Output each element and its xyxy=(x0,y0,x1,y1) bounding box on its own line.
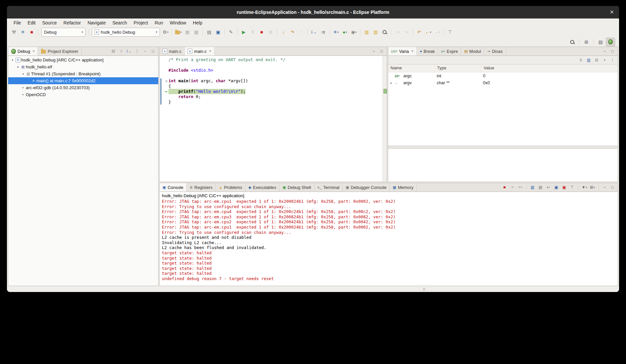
scroll-lock-button[interactable]: ▤ xyxy=(537,184,544,191)
column-header-name[interactable]: Name xyxy=(388,64,435,72)
debug-perspective-button[interactable] xyxy=(606,38,615,46)
editor-tab-main-c[interactable]: cmain.c xyxy=(160,47,185,55)
vars-tab-break[interactable]: ●Break xyxy=(417,47,438,55)
menu-project[interactable]: Project xyxy=(130,19,152,26)
terminate-button[interactable]: ■ xyxy=(257,28,266,36)
minimize-button[interactable]: − xyxy=(601,184,608,191)
suspend-button[interactable]: ‖ xyxy=(248,28,257,36)
variables-detail-pane[interactable] xyxy=(388,149,618,182)
display-selected-console-button[interactable]: ▼▾ xyxy=(581,184,588,191)
word-wrap-button[interactable]: ↩ xyxy=(545,184,552,191)
expander-icon[interactable]: ▾ xyxy=(21,72,25,76)
debug-tree-row[interactable]: ▾▥Thread #1 (Suspended : Breakpoint) xyxy=(8,70,158,77)
show-on-stdout-button[interactable]: ▣ xyxy=(553,184,560,191)
view-menu-button[interactable]: ⋮ xyxy=(133,48,141,55)
minimize-button[interactable]: − xyxy=(370,48,377,55)
variables-sash[interactable] xyxy=(388,146,618,149)
console-tab-problems[interactable]: ▲Problems xyxy=(216,183,245,192)
show-columns-button[interactable]: ▥ xyxy=(585,57,592,63)
console-tab-memory[interactable]: ▦Memory xyxy=(390,183,417,192)
last-edit-location-button[interactable]: ↶ xyxy=(415,28,423,36)
save-button[interactable]: ▦ xyxy=(183,28,192,36)
close-icon[interactable]: × xyxy=(209,49,211,54)
remove-launch-button[interactable]: × xyxy=(509,184,516,191)
minimize-button[interactable]: − xyxy=(141,48,149,55)
console-body[interactable]: hsdk_hello Debug [ARC C/C++ application]… xyxy=(160,192,618,286)
menu-window[interactable]: Window xyxy=(166,19,190,26)
collapse-all-button[interactable]: ⊟ xyxy=(110,48,117,55)
menu-source[interactable]: Source xyxy=(39,19,60,26)
maximize-button[interactable]: □ xyxy=(378,48,385,55)
vars-tab-varia[interactable]: (x)=Varia× xyxy=(388,47,417,55)
collapse-all-button[interactable]: ⊟ xyxy=(593,57,600,63)
menu-navigate[interactable]: Navigate xyxy=(84,19,109,26)
launch-settings-button[interactable]: ⚙▾ xyxy=(161,28,170,36)
close-icon[interactable]: × xyxy=(32,49,35,54)
view-menu-button[interactable]: ⋮ xyxy=(609,57,616,63)
debug-history-button[interactable]: ✳▾ xyxy=(332,28,340,36)
terminate-button[interactable]: ■ xyxy=(501,184,508,191)
status-grip[interactable] xyxy=(423,288,424,291)
back-button[interactable]: ←▾ xyxy=(424,28,432,36)
show-logical-structures-button[interactable]: ⇅ xyxy=(577,57,584,63)
menu-search[interactable]: Search xyxy=(109,19,130,26)
minimize-button[interactable]: − xyxy=(601,48,608,55)
pencil-button[interactable]: ✎ xyxy=(227,28,235,36)
variable-row[interactable]: ▸→argvchar **0x0 xyxy=(388,79,618,86)
debug-tree-row[interactable]: ▾Chsdk_hello Debug [ARC C/C++ applicatio… xyxy=(8,56,158,63)
run-history-button[interactable]: ●▾ xyxy=(341,28,349,36)
resume-button[interactable]: ▶ xyxy=(239,28,248,36)
expander-icon[interactable]: ▾ xyxy=(10,58,15,62)
vars-tab-expre[interactable]: x+Expre xyxy=(438,47,461,55)
step-over-button[interactable]: ↷ xyxy=(288,28,297,36)
console-tab-debugger-console[interactable]: ▣Debugger Console xyxy=(343,183,390,192)
new-wizard-button[interactable]: ▾ xyxy=(174,28,183,36)
expander-icon[interactable]: ▾ xyxy=(16,65,20,69)
debug-tree-row[interactable]: ▪arc-elf32-gdb (14.0.50.20230703) xyxy=(8,84,158,91)
expander-icon[interactable]: ▸ xyxy=(390,81,395,85)
binary-view-button[interactable]: ▤ xyxy=(205,28,213,36)
instruction-stepping-button[interactable]: i→ xyxy=(126,48,133,55)
next-annotation-button[interactable]: ↓▾ xyxy=(393,28,402,36)
maximize-button[interactable]: □ xyxy=(609,184,616,191)
debug-view-tab-project-explorer[interactable]: Project Explorer xyxy=(38,47,81,55)
disconnect-button[interactable]: ⊘ xyxy=(266,28,275,36)
column-header-value[interactable]: Value xyxy=(481,64,618,72)
console-tab-debug-shell[interactable]: ▣Debug Shell xyxy=(279,183,314,192)
previous-annotation-button[interactable]: ↑▾ xyxy=(402,28,411,36)
menu-edit[interactable]: Edit xyxy=(24,19,39,26)
stop-launch-button[interactable]: ■ xyxy=(27,28,36,36)
use-step-filters-button[interactable]: ⇉ xyxy=(319,28,327,36)
editor-tab-main-c[interactable]: cmain.c× xyxy=(185,47,214,55)
step-into-button[interactable]: ↓ xyxy=(279,28,288,36)
c-cpp-perspective-button[interactable]: ▤ xyxy=(596,38,605,46)
instruction-stepping-mode-button[interactable]: i→ xyxy=(310,28,318,36)
fold-icon[interactable]: ⊖ xyxy=(166,79,167,84)
editor-body[interactable]: /* Print a greeting on UART output and e… xyxy=(160,56,387,182)
open-perspective-button[interactable]: ⊞ xyxy=(582,38,591,46)
pin-console-button[interactable]: ⊤ xyxy=(569,184,576,191)
menu-refactor[interactable]: Refactor xyxy=(60,19,84,26)
debug-tree-row[interactable]: ▪OpenOCD xyxy=(8,91,158,98)
show-on-stderr-button[interactable]: ▣ xyxy=(561,184,568,191)
vars-tab-disas[interactable]: ⇒Disas xyxy=(484,47,506,55)
menu-help[interactable]: Help xyxy=(190,19,206,26)
overview-ruler[interactable] xyxy=(383,56,387,182)
c-cpp-tools-button[interactable]: ⚒ xyxy=(10,28,18,36)
open-type-button[interactable]: ▥ xyxy=(362,28,371,36)
debug-tree-row[interactable]: ≡main() at main.c:7 0x900002d2 xyxy=(8,77,158,84)
maximize-button[interactable]: □ xyxy=(609,48,616,55)
clear-console-button[interactable]: ▧ xyxy=(529,184,536,191)
new-watch-expression-button[interactable]: + xyxy=(601,57,608,63)
console-tab-terminal[interactable]: >_Terminal xyxy=(314,183,343,192)
debug-tree-row[interactable]: ▾▦hsdk_hello.elf xyxy=(8,63,158,70)
coverage-history-button[interactable]: ◉▾ xyxy=(350,28,358,36)
titlebar[interactable]: runtime-EclipseApplication - hsdk_hello/… xyxy=(7,6,619,18)
pin-editor-button[interactable]: ⊤ xyxy=(446,28,454,36)
search-button[interactable] xyxy=(568,38,576,46)
menu-file[interactable]: File xyxy=(10,19,24,26)
column-header-type[interactable]: Type xyxy=(435,64,481,72)
menu-run[interactable]: Run xyxy=(151,19,166,26)
open-task-button[interactable]: ▥ xyxy=(371,28,380,36)
remove-all-launches-button[interactable]: ×× xyxy=(517,184,524,191)
